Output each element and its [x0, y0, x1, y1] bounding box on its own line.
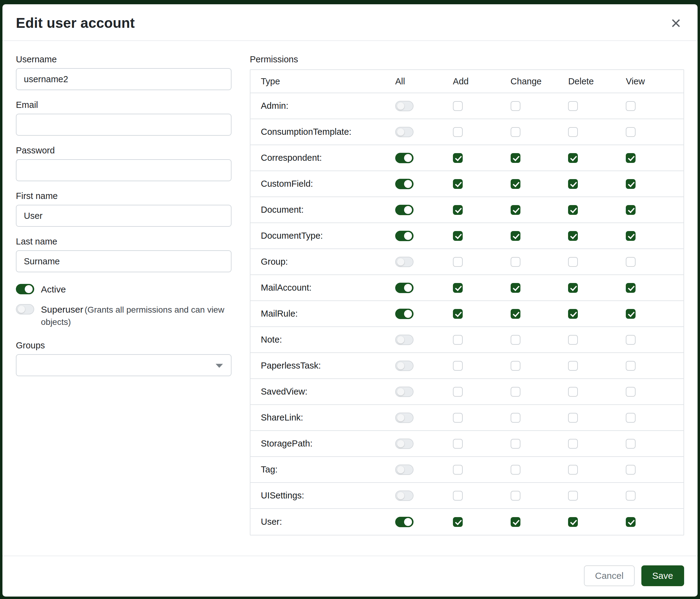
permission-view-checkbox[interactable] — [626, 257, 635, 267]
permission-view-checkbox[interactable] — [626, 335, 635, 345]
active-toggle[interactable] — [16, 284, 34, 294]
permission-all-toggle[interactable] — [395, 387, 414, 397]
permission-delete-checkbox[interactable] — [568, 231, 578, 241]
permission-change-checkbox[interactable] — [511, 413, 520, 423]
permission-change-checkbox[interactable] — [511, 491, 520, 501]
permission-all-toggle[interactable] — [395, 517, 414, 527]
permission-delete-checkbox[interactable] — [568, 127, 578, 137]
permission-add-checkbox[interactable] — [453, 127, 463, 137]
permission-delete-checkbox[interactable] — [568, 283, 578, 293]
permission-change-checkbox[interactable] — [511, 387, 520, 397]
close-icon[interactable]: × — [668, 15, 683, 31]
permission-view-checkbox[interactable] — [626, 101, 635, 111]
cancel-button[interactable]: Cancel — [584, 566, 634, 586]
permission-view-checkbox[interactable] — [626, 205, 635, 215]
permission-change-checkbox[interactable] — [511, 257, 520, 267]
permission-all-toggle[interactable] — [395, 464, 414, 475]
permission-all-toggle[interactable] — [395, 101, 414, 111]
permission-delete-checkbox[interactable] — [568, 335, 578, 345]
permission-all-toggle[interactable] — [395, 438, 414, 449]
password-field[interactable] — [16, 159, 231, 181]
permission-delete-checkbox[interactable] — [568, 153, 578, 163]
permission-view-checkbox[interactable] — [626, 517, 635, 527]
email-field[interactable] — [16, 114, 231, 136]
permission-change-checkbox[interactable] — [511, 127, 520, 137]
permission-view-checkbox[interactable] — [626, 361, 635, 371]
permission-view-checkbox[interactable] — [626, 231, 635, 241]
permission-change-checkbox[interactable] — [511, 205, 520, 215]
permission-add-checkbox[interactable] — [453, 179, 463, 189]
groups-select[interactable] — [16, 354, 231, 376]
permission-view-checkbox[interactable] — [626, 283, 635, 293]
permission-all-toggle[interactable] — [395, 257, 414, 267]
permission-change-checkbox[interactable] — [511, 179, 520, 189]
permission-add-checkbox[interactable] — [453, 231, 463, 241]
permission-add-checkbox[interactable] — [453, 153, 463, 163]
permission-view-checkbox[interactable] — [626, 127, 635, 137]
permission-view-checkbox[interactable] — [626, 153, 635, 163]
permission-all-toggle[interactable] — [395, 490, 414, 501]
toggle-knob — [397, 414, 404, 422]
permission-add-checkbox[interactable] — [453, 309, 463, 319]
permission-delete-checkbox[interactable] — [568, 361, 578, 371]
permission-all-toggle[interactable] — [395, 153, 414, 163]
permission-delete-checkbox[interactable] — [568, 517, 578, 527]
permission-all-toggle[interactable] — [395, 283, 414, 293]
permission-add-checkbox[interactable] — [453, 517, 463, 527]
permission-change-checkbox[interactable] — [511, 361, 520, 371]
permission-delete-checkbox[interactable] — [568, 413, 578, 423]
permission-change-checkbox[interactable] — [511, 231, 520, 241]
permission-add-checkbox[interactable] — [453, 491, 463, 501]
permission-change-checkbox[interactable] — [511, 335, 520, 345]
permission-add-checkbox[interactable] — [453, 283, 463, 293]
permission-type-label: User: — [261, 517, 395, 527]
last-name-field[interactable] — [16, 250, 231, 272]
permission-delete-checkbox[interactable] — [568, 491, 578, 501]
permission-delete-checkbox[interactable] — [568, 205, 578, 215]
superuser-toggle[interactable] — [16, 304, 34, 314]
permission-change-checkbox[interactable] — [511, 517, 520, 527]
save-button[interactable]: Save — [641, 566, 684, 586]
permission-add-checkbox[interactable] — [453, 387, 463, 397]
username-input[interactable] — [16, 68, 231, 90]
permission-add-checkbox[interactable] — [453, 465, 463, 475]
permission-change-checkbox[interactable] — [511, 309, 520, 319]
permission-add-checkbox[interactable] — [453, 101, 463, 111]
permission-change-checkbox[interactable] — [511, 153, 520, 163]
permissions-table: Type All Add Change Delete View Admin:Co… — [250, 69, 684, 535]
permission-all-toggle[interactable] — [395, 309, 414, 319]
permission-delete-checkbox[interactable] — [568, 465, 578, 475]
permission-change-checkbox[interactable] — [511, 465, 520, 475]
permission-view-checkbox[interactable] — [626, 439, 635, 449]
permission-all-toggle[interactable] — [395, 231, 414, 241]
permission-delete-checkbox[interactable] — [568, 387, 578, 397]
permission-add-checkbox[interactable] — [453, 257, 463, 267]
permission-all-toggle[interactable] — [395, 179, 414, 189]
permission-view-checkbox[interactable] — [626, 309, 635, 319]
permission-change-checkbox[interactable] — [511, 283, 520, 293]
permission-all-toggle[interactable] — [395, 413, 414, 423]
permission-add-checkbox[interactable] — [453, 439, 463, 449]
permission-change-checkbox[interactable] — [511, 101, 520, 111]
permission-add-checkbox[interactable] — [453, 413, 463, 423]
first-name-field[interactable] — [16, 205, 231, 227]
permission-delete-checkbox[interactable] — [568, 257, 578, 267]
permission-view-checkbox[interactable] — [626, 387, 635, 397]
toggle-knob — [404, 206, 412, 214]
permission-add-checkbox[interactable] — [453, 361, 463, 371]
permission-all-toggle[interactable] — [395, 205, 414, 215]
permission-view-checkbox[interactable] — [626, 465, 635, 475]
permission-view-checkbox[interactable] — [626, 413, 635, 423]
permission-delete-checkbox[interactable] — [568, 439, 578, 449]
permission-all-toggle[interactable] — [395, 335, 414, 345]
permission-add-checkbox[interactable] — [453, 335, 463, 345]
permission-change-checkbox[interactable] — [511, 439, 520, 449]
permission-all-toggle[interactable] — [395, 361, 414, 371]
permission-view-checkbox[interactable] — [626, 491, 635, 501]
permission-delete-checkbox[interactable] — [568, 101, 578, 111]
permission-view-checkbox[interactable] — [626, 179, 635, 189]
permission-add-checkbox[interactable] — [453, 205, 463, 215]
permission-all-toggle[interactable] — [395, 127, 414, 137]
permission-delete-checkbox[interactable] — [568, 179, 578, 189]
permission-delete-checkbox[interactable] — [568, 309, 578, 319]
